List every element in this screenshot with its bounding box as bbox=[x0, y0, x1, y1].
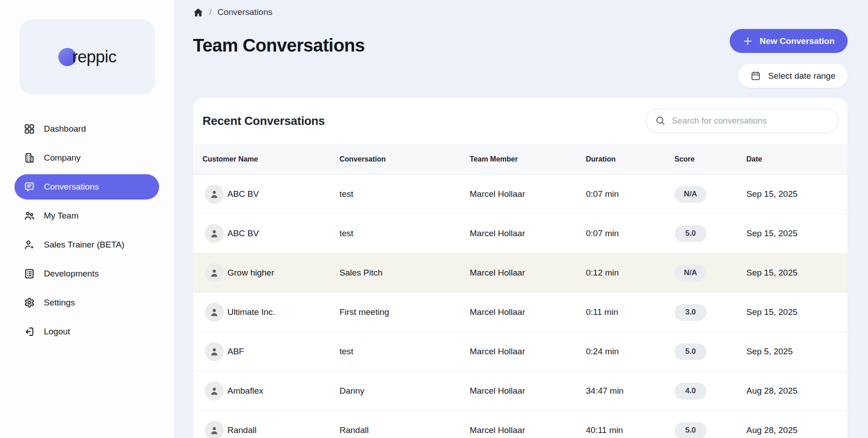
select-date-range-button[interactable]: Select date range bbox=[738, 64, 848, 88]
search-icon bbox=[655, 115, 666, 126]
brand-name: reppic bbox=[72, 48, 117, 67]
table-row[interactable]: ABC BV test Marcel Hollaar 0:07 min N/A … bbox=[193, 175, 848, 214]
new-conversation-button[interactable]: New Conversation bbox=[730, 29, 848, 53]
company-icon bbox=[24, 152, 35, 164]
team-member-cell: Marcel Hollaar bbox=[460, 229, 576, 238]
duration-cell: 0:24 min bbox=[576, 347, 665, 357]
date-cell: Sep 15, 2025 bbox=[737, 229, 848, 238]
panel-header: Recent Conversations bbox=[193, 98, 848, 144]
customer-avatar bbox=[205, 185, 224, 204]
customer-name-cell: ABC BV bbox=[193, 224, 330, 243]
team-member-cell: Marcel Hollaar bbox=[460, 425, 576, 435]
conversation-cell: Sales Pitch bbox=[330, 268, 460, 278]
breadcrumb: / Conversations bbox=[193, 6, 848, 18]
customer-avatar bbox=[205, 342, 224, 361]
customer-avatar bbox=[205, 303, 224, 322]
page-title: Team Conversations bbox=[193, 35, 365, 56]
select-date-range-label: Select date range bbox=[768, 71, 835, 81]
new-conversation-label: New Conversation bbox=[760, 36, 835, 46]
sidebar-item-settings[interactable]: Settings bbox=[14, 290, 159, 315]
breadcrumb-separator: / bbox=[209, 8, 212, 17]
score-badge: N/A bbox=[675, 186, 707, 203]
duration-cell: 34:47 min bbox=[576, 386, 665, 396]
panel-title: Recent Conversations bbox=[203, 114, 325, 128]
sidebar-item-my-team[interactable]: My Team bbox=[14, 203, 159, 229]
date-cell: Sep 15, 2025 bbox=[737, 268, 848, 278]
score-cell: 5.0 bbox=[665, 422, 737, 438]
main-content: / Conversations Team Conversations New C… bbox=[174, 0, 868, 438]
table-row[interactable]: ABF test Marcel Hollaar 0:24 min 5.0 Sep… bbox=[193, 332, 848, 371]
score-badge: 3.0 bbox=[675, 304, 707, 321]
duration-cell: 0:11 min bbox=[576, 307, 665, 317]
home-icon[interactable] bbox=[193, 7, 203, 18]
calendar-icon bbox=[750, 71, 761, 81]
my-team-icon bbox=[24, 210, 35, 222]
score-badge: 5.0 bbox=[675, 343, 707, 360]
date-cell: Sep 15, 2025 bbox=[737, 189, 848, 199]
score-cell: N/A bbox=[665, 265, 737, 281]
column-header: Customer Name bbox=[193, 155, 330, 163]
table-row[interactable]: Ambaflex Danny Marcel Hollaar 34:47 min … bbox=[193, 371, 848, 411]
column-header: Conversation bbox=[330, 155, 460, 163]
breadcrumb-current[interactable]: Conversations bbox=[217, 7, 272, 17]
score-badge: 4.0 bbox=[675, 383, 707, 400]
column-header: Score bbox=[665, 155, 737, 163]
dashboard-icon bbox=[24, 123, 35, 135]
table-body: ABC BV test Marcel Hollaar 0:07 min N/A … bbox=[193, 175, 848, 438]
logout-icon bbox=[24, 326, 35, 338]
conversation-cell: test bbox=[330, 347, 460, 357]
column-header: Duration bbox=[576, 155, 665, 163]
customer-name-cell: Ultimate Inc. bbox=[193, 303, 330, 322]
date-cell: Aug 28, 2025 bbox=[737, 425, 848, 435]
brand-logo: reppic bbox=[19, 19, 155, 94]
customer-name-cell: Grow higher bbox=[193, 263, 330, 282]
team-member-cell: Marcel Hollaar bbox=[460, 189, 576, 199]
page-actions: New Conversation Select date range bbox=[730, 29, 848, 88]
sidebar-item-sales-trainer-beta[interactable]: Sales Trainer (BETA) bbox=[14, 232, 159, 257]
sidebar-item-conversations[interactable]: Conversations bbox=[14, 174, 159, 200]
table-row[interactable]: Grow higher Sales Pitch Marcel Hollaar 0… bbox=[193, 253, 848, 293]
sidebar-item-dashboard[interactable]: Dashboard bbox=[14, 116, 159, 142]
customer-avatar bbox=[205, 381, 224, 400]
conversations-icon bbox=[24, 181, 35, 193]
search-bar bbox=[646, 109, 839, 133]
score-cell: 4.0 bbox=[665, 383, 737, 400]
search-input[interactable] bbox=[672, 116, 834, 126]
column-header: Team Member bbox=[460, 155, 576, 163]
recent-conversations-panel: Recent Conversations Customer NameConver… bbox=[193, 98, 848, 438]
team-member-cell: Marcel Hollaar bbox=[460, 386, 576, 396]
date-cell: Sep 15, 2025 bbox=[737, 307, 848, 317]
page-header: Team Conversations New Conversation Sele… bbox=[193, 29, 848, 88]
sidebar-item-logout[interactable]: Logout bbox=[14, 319, 159, 344]
conversation-cell: First meeting bbox=[330, 307, 460, 317]
duration-cell: 0:07 min bbox=[576, 189, 665, 199]
conversation-cell: test bbox=[330, 229, 460, 238]
sidebar-item-developments[interactable]: Developments bbox=[14, 261, 159, 286]
score-badge: 5.0 bbox=[675, 225, 707, 242]
duration-cell: 0:07 min bbox=[576, 229, 665, 238]
customer-name-cell: ABF bbox=[193, 342, 330, 361]
column-header: Date bbox=[737, 155, 848, 163]
customer-name-cell: Randall bbox=[193, 421, 330, 438]
date-cell: Sep 5, 2025 bbox=[737, 347, 848, 357]
table-row[interactable]: Ultimate Inc. First meeting Marcel Holla… bbox=[193, 293, 848, 332]
team-member-cell: Marcel Hollaar bbox=[460, 307, 576, 317]
customer-avatar bbox=[205, 421, 224, 438]
customer-avatar bbox=[205, 224, 224, 243]
sidebar-item-company[interactable]: Company bbox=[14, 145, 159, 171]
conversation-cell: test bbox=[330, 189, 460, 199]
score-badge: N/A bbox=[675, 265, 707, 281]
team-member-cell: Marcel Hollaar bbox=[460, 347, 576, 357]
date-cell: Aug 28, 2025 bbox=[737, 386, 848, 396]
score-cell: 5.0 bbox=[665, 225, 737, 242]
score-badge: 5.0 bbox=[675, 422, 707, 438]
score-cell: N/A bbox=[665, 186, 737, 203]
customer-name-cell: ABC BV bbox=[193, 185, 330, 204]
table-row[interactable]: Randall Randall Marcel Hollaar 40:11 min… bbox=[193, 411, 848, 438]
customer-name-cell: Ambaflex bbox=[193, 381, 330, 400]
team-member-cell: Marcel Hollaar bbox=[460, 268, 576, 278]
sidebar-nav: Dashboard Company Conversations My Team … bbox=[14, 116, 159, 344]
conversation-cell: Danny bbox=[330, 386, 460, 396]
duration-cell: 0:12 min bbox=[576, 268, 665, 278]
table-row[interactable]: ABC BV test Marcel Hollaar 0:07 min 5.0 … bbox=[193, 214, 848, 253]
